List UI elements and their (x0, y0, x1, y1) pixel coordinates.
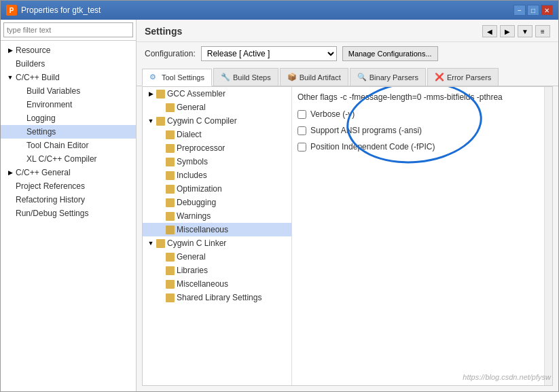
main-content: ▶ResourceBuilders▼C/C++ BuildBuild Varia… (1, 20, 558, 391)
checkbox-label-pic: Position Independent Code (-fPIC) (310, 142, 435, 152)
tree-arrow: ▶ (6, 168, 14, 177)
settings-item-debugging[interactable]: Debugging (143, 196, 291, 209)
settings-tree-label: Shared Library Settings (177, 293, 262, 302)
sidebar-item-settings[interactable]: Settings (1, 125, 136, 139)
settings-arrow: ▼ (147, 117, 155, 125)
watermark: https://blog.csdn.net/pfysw (463, 373, 551, 381)
settings-item-gcc_assembler[interactable]: ▶GCC Assembler (143, 87, 291, 101)
tab-build_artifact[interactable]: 📦Build Artifact (280, 68, 348, 86)
settings-tree-icon (156, 239, 165, 248)
nav-arrows: ◀ ▶ ▼ ≡ (482, 25, 550, 37)
sidebar-item-build_variables[interactable]: Build Variables (1, 84, 136, 98)
sidebar-item-logging[interactable]: Logging (1, 111, 136, 125)
settings-tree-label: Symbols (177, 157, 208, 166)
window-icon: P (6, 5, 17, 16)
tab-build_steps[interactable]: 🔧Build Steps (213, 68, 278, 86)
settings-body: ▶GCC AssemblerGeneral▼Cygwin C CompilerD… (142, 86, 553, 386)
settings-arrow: ▶ (147, 90, 155, 98)
tab-label-error_parsers: Error Parsers (447, 73, 491, 82)
filter-box (1, 20, 136, 41)
checkbox-verbose[interactable] (297, 110, 306, 119)
settings-item-shared_library_settings[interactable]: Shared Library Settings (143, 291, 291, 304)
settings-item-preprocessor[interactable]: Preprocessor (143, 141, 291, 155)
tab-label-build_steps: Build Steps (233, 73, 271, 82)
minimize-button[interactable]: − (513, 5, 526, 16)
settings-item-cygwin_c_linker[interactable]: ▼Cygwin C Linker (143, 236, 291, 250)
sidebar-item-resource[interactable]: ▶Resource (1, 43, 136, 57)
other-flags-row: Other flags -c -fmessage-length=0 -mms-b… (297, 92, 539, 102)
settings-item-miscellaneous[interactable]: Miscellaneous (143, 223, 291, 236)
settings-item-warnings[interactable]: Warnings (143, 209, 291, 223)
checkbox-row-pic: Position Independent Code (-fPIC) (297, 140, 539, 154)
settings-right: Other flags -c -fmessage-length=0 -mms-b… (292, 87, 544, 385)
tab-binary_parsers[interactable]: 🔍Binary Parsers (350, 68, 426, 86)
tab-label-tool_settings: Tool Settings (162, 73, 204, 82)
tree-label: C/C++ General (16, 168, 71, 177)
checkbox-pic[interactable] (297, 143, 306, 152)
tab-icon-tool_settings: ⚙ (149, 73, 159, 82)
settings-item-symbols[interactable]: Symbols (143, 155, 291, 168)
checkbox-label-ansi: Support ANSI programs (-ansi) (310, 126, 422, 135)
settings-item-miscellaneous_2[interactable]: Miscellaneous (143, 277, 291, 291)
settings-item-cygwin_c_compiler[interactable]: ▼Cygwin C Compiler (143, 114, 291, 128)
checkbox-ansi[interactable] (297, 126, 306, 135)
checkbox-label-verbose: Verbose (-v) (310, 109, 355, 119)
settings-tree-icon (166, 171, 175, 180)
tree-label: XL C/C++ Compiler (26, 154, 97, 164)
settings-arrow: ▼ (147, 239, 155, 247)
sidebar-item-project_references[interactable]: Project References (1, 179, 136, 193)
settings-tree-icon (166, 130, 175, 139)
settings-tree-label: Debugging (177, 198, 216, 207)
settings-tree-icon (166, 266, 175, 275)
tab-error_parsers[interactable]: ❌Error Parsers (427, 68, 499, 86)
sidebar-item-xl_compiler[interactable]: XL C/C++ Compiler (1, 152, 136, 166)
maximize-button[interactable]: □ (527, 5, 539, 16)
settings-tree-icon (156, 90, 165, 99)
settings-tree-icon (166, 226, 175, 234)
settings-tree-label: Optimization (177, 184, 222, 194)
forward-button[interactable]: ▶ (500, 25, 515, 37)
settings-item-libraries[interactable]: Libraries (143, 264, 291, 277)
sidebar-item-run_debug_settings[interactable]: Run/Debug Settings (1, 207, 136, 220)
filter-input[interactable] (3, 22, 133, 37)
sidebar-item-refactoring_history[interactable]: Refactoring History (1, 193, 136, 207)
tab-tool_settings[interactable]: ⚙Tool Settings (142, 69, 212, 86)
config-select[interactable]: Release [ Active ] (201, 46, 337, 61)
right-panel: Settings ◀ ▶ ▼ ≡ Configuration: Release … (137, 20, 558, 391)
window-controls: − □ ✕ (513, 5, 553, 16)
tab-icon-build_steps: 🔧 (221, 73, 230, 82)
tree-label: Build Variables (26, 86, 80, 96)
tree-label: C/C++ Build (16, 73, 60, 82)
tab-icon-error_parsers: ❌ (435, 73, 444, 82)
tab-icon-build_artifact: 📦 (287, 73, 297, 82)
checkbox-row-ansi: Support ANSI programs (-ansi) (297, 124, 539, 137)
tree-arrow: ▶ (6, 46, 14, 54)
close-button[interactable]: ✕ (541, 5, 553, 16)
sidebar-item-tool_chain_editor[interactable]: Tool Chain Editor (1, 139, 136, 152)
nav-menu-button[interactable]: ≡ (535, 25, 550, 37)
settings-title: Settings (145, 26, 182, 37)
sidebar-item-builders[interactable]: Builders (1, 57, 136, 71)
settings-item-general_2[interactable]: General (143, 250, 291, 264)
manage-configurations-button[interactable]: Manage Configurations... (342, 46, 438, 61)
settings-item-includes[interactable]: Includes (143, 168, 291, 182)
tree-label: Environment (26, 100, 72, 109)
sidebar-item-cpp_build[interactable]: ▼C/C++ Build (1, 71, 136, 84)
window-title: Properties for gtk_test (21, 5, 509, 15)
sidebar-item-environment[interactable]: Environment (1, 98, 136, 111)
nav-dropdown-button[interactable]: ▼ (518, 25, 533, 37)
back-button[interactable]: ◀ (482, 25, 497, 37)
settings-tree-icon (166, 253, 175, 262)
settings-tree-label: Miscellaneous (177, 279, 228, 289)
settings-tree-label: Cygwin C Linker (167, 238, 226, 248)
sidebar-item-cpp_general[interactable]: ▶C/C++ General (1, 166, 136, 179)
scroll-bar[interactable] (544, 87, 552, 385)
settings-item-dialect[interactable]: Dialect (143, 128, 291, 141)
settings-tree-label: GCC Assembler (167, 89, 226, 99)
tree-label: Logging (26, 113, 56, 123)
settings-item-general_1[interactable]: General (143, 101, 291, 114)
settings-tree-label: Warnings (177, 211, 211, 221)
settings-tree-label: Dialect (177, 130, 202, 139)
settings-tree-icon (166, 158, 175, 166)
settings-item-optimization[interactable]: Optimization (143, 182, 291, 196)
